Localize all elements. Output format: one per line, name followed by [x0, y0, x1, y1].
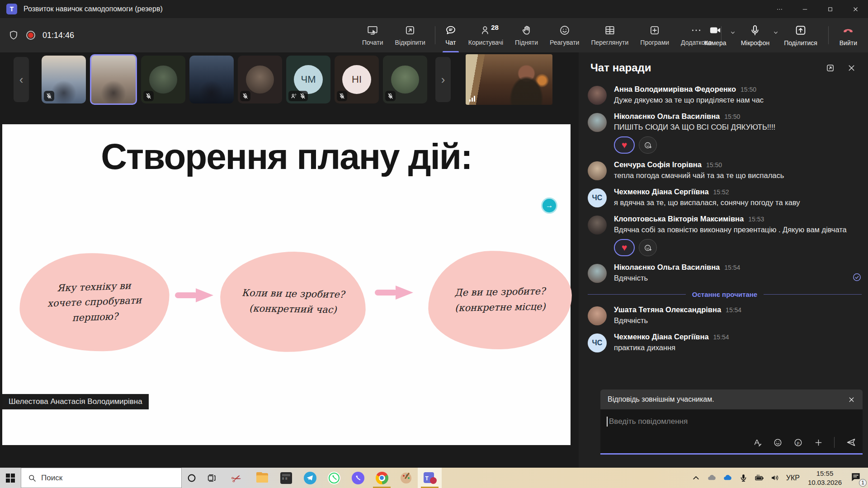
telegram-icon	[303, 471, 317, 485]
taskbar-search[interactable]: Поиск	[21, 468, 182, 488]
compose-divider	[834, 437, 835, 448]
emoji-icon[interactable]	[773, 438, 783, 447]
message-input[interactable]: Введіть повідомлення p	[600, 409, 863, 455]
action-center-button[interactable]: 1	[850, 471, 863, 485]
tray-microphone-icon[interactable]	[739, 473, 748, 483]
mute-indicator	[143, 91, 154, 101]
volume-icon[interactable]	[770, 473, 780, 483]
chat-message-list[interactable]: Анна Володимирівна Федоренко15:50Дуже дя…	[588, 85, 862, 388]
shield-icon	[8, 29, 19, 41]
participant-video-tile[interactable]	[90, 54, 137, 105]
message-text: практика дихання	[614, 343, 858, 353]
system-tray: УКР 15:55 10.03.2026 1	[691, 469, 868, 487]
chat-message[interactable]: Ушата Тетяна Олександрівна15:54Вдячність	[588, 305, 862, 326]
participant-video-tile[interactable]: ЧМ	[286, 56, 330, 103]
window-more-button[interactable]	[767, 0, 792, 18]
spotlight-video-tile[interactable]	[466, 54, 552, 105]
taskbar-app-teams[interactable]: T	[418, 468, 442, 488]
chat-message[interactable]: ЧСЧехменко Діана Сергіївна15:54практика …	[588, 333, 862, 353]
message-text: Дуже дякуємо за те що приділяєте нам час	[614, 95, 858, 105]
tray-expand-icon[interactable]	[691, 473, 701, 483]
message-time: 15:54	[713, 333, 729, 341]
search-icon	[28, 474, 37, 483]
loop-icon[interactable]: p	[793, 438, 803, 447]
window-close-button[interactable]	[843, 0, 868, 18]
participant-video-tile[interactable]	[42, 56, 86, 103]
window-minimize-button[interactable]	[792, 0, 817, 18]
toolbar-tab-Чат[interactable]: Чат	[439, 18, 462, 52]
taskbar-app-telegram[interactable]	[298, 468, 322, 488]
format-icon[interactable]	[753, 438, 762, 447]
mute-indicator	[385, 91, 396, 101]
network-signal-icon	[469, 96, 475, 102]
taskbar-app-viber[interactable]	[346, 468, 370, 488]
taskbar-clock[interactable]: 15:55 10.03.2026	[808, 469, 842, 487]
chat-message[interactable]: Клопотовська Вікторія Максимівна15:53Вдя…	[588, 215, 862, 256]
strip-next-button[interactable]: ›	[435, 57, 451, 102]
start-button[interactable]	[0, 468, 21, 488]
step-blob-3: Де ви це зробите? (конкретне місце)	[427, 249, 573, 351]
chat-message[interactable]: Анна Володимирівна Федоренко15:50Дуже дя…	[588, 85, 862, 105]
file-explorer-icon	[255, 471, 269, 485]
Поділитися-button[interactable]: Поділитися	[777, 18, 825, 52]
chat-message[interactable]: Ніколаєнко Ольга Василівна15:50ПИШІТЬ СЮ…	[588, 112, 862, 154]
taskbar-app-file-explorer[interactable]	[250, 468, 274, 488]
popout-chat-icon[interactable]	[826, 63, 835, 73]
participant-video-tile[interactable]	[141, 56, 185, 103]
window-controls	[767, 0, 868, 18]
taskbar-app-chrome[interactable]	[370, 468, 394, 488]
strip-prev-button[interactable]: ‹	[14, 57, 29, 102]
avatar	[588, 86, 607, 105]
participant-video-tile[interactable]	[189, 56, 234, 103]
chat-message[interactable]: Сенчура Софія Ігорівна15:50тепла погода …	[588, 160, 862, 181]
avatar	[588, 216, 607, 235]
Мікрофон-button[interactable]: Мікрофон	[734, 18, 777, 52]
participant-video-tile[interactable]	[238, 56, 282, 103]
task-view-button[interactable]	[202, 468, 222, 488]
step-blob-2: Коли ви це зробите? (конкретний час)	[219, 250, 367, 353]
plus-square-icon	[649, 24, 660, 36]
participant-video-tile[interactable]: НІ	[335, 56, 379, 103]
taskbar-app-snipping-tool[interactable]: ✂	[226, 468, 250, 488]
Вийти-button[interactable]: Вийти	[832, 18, 864, 52]
toolbar-tab-Переглянути[interactable]: Переглянути	[585, 18, 634, 52]
message-time: 15:50	[706, 161, 722, 169]
toolbar-tab-Підняти[interactable]: Підняти	[509, 18, 544, 52]
battery-icon[interactable]	[755, 473, 764, 483]
close-chat-icon[interactable]	[847, 63, 856, 73]
add-reaction-button[interactable]	[639, 239, 657, 256]
send-icon[interactable]	[845, 437, 856, 448]
annotation-pointer-button[interactable]: →	[542, 199, 556, 212]
whatsapp-icon	[327, 471, 341, 485]
toolbar-tab-Реагувати[interactable]: Реагувати	[544, 18, 585, 52]
toolbar-tab-Почати[interactable]: Почати	[356, 18, 389, 52]
people-icon	[480, 24, 491, 36]
chat-message[interactable]: Ніколаєнко Ольга Василівна15:54Вдячність	[588, 263, 862, 283]
taskbar-app-whatsapp[interactable]	[322, 468, 346, 488]
mute-indicator	[240, 91, 250, 101]
toolbar-tab-Користувачі[interactable]: 28Користувачі	[462, 18, 509, 52]
toolbar-tab-Програми[interactable]: Програми	[634, 18, 675, 52]
message-text: тепла погода смачний чай та за те що вис…	[614, 170, 858, 181]
banner-close-icon[interactable]	[848, 396, 855, 404]
add-icon[interactable]	[814, 438, 823, 447]
chat-message[interactable]: ЧСЧехменко Діана Сергіївна15:52я вдячна …	[588, 188, 862, 208]
Камера-button[interactable]: Камера	[697, 18, 734, 52]
teams-icon: T	[423, 471, 437, 485]
language-indicator[interactable]: УКР	[786, 474, 800, 482]
heart-reaction[interactable]: ♥	[614, 239, 635, 256]
cortana-button[interactable]	[182, 468, 202, 488]
hand-icon	[521, 24, 533, 36]
chat-icon	[445, 24, 457, 36]
message-placeholder: Введіть повідомлення	[609, 417, 688, 426]
taskbar-app-paint[interactable]	[394, 468, 418, 488]
add-reaction-button[interactable]	[639, 136, 657, 154]
toolbar-tab-Відкріпити[interactable]: Відкріпити	[389, 18, 431, 52]
cloud-icon[interactable]	[707, 473, 717, 483]
window-maximize-button[interactable]	[817, 0, 843, 18]
onedrive-icon[interactable]	[723, 473, 732, 483]
heart-reaction[interactable]: ♥	[614, 136, 635, 154]
participant-video-tile[interactable]	[383, 56, 427, 103]
message-author: Ушата Тетяна Олександрівна	[614, 305, 721, 314]
taskbar-app-calculator[interactable]: ⠿⠿	[274, 468, 298, 488]
